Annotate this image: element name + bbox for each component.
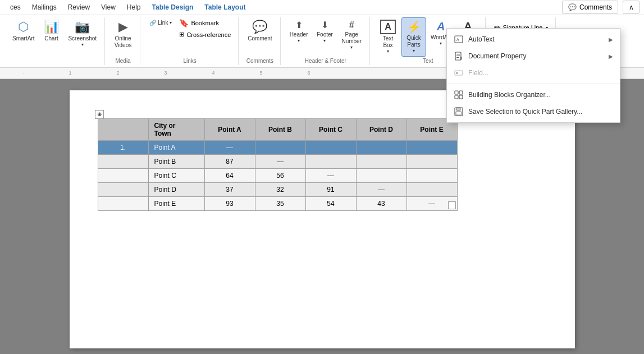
building-blocks-menu-item[interactable]: Building Blocks Organizer... xyxy=(447,86,620,103)
row2-d xyxy=(356,154,407,168)
links-items: 🔗 Link ▾ 🔖 Bookmark ⊞ Cross-reference xyxy=(146,17,234,57)
collapse-ribbon-button[interactable]: ∧ xyxy=(623,1,640,14)
illustrations-items: ⬡ SmartArt 📊 Chart 📷 Screenshot ▾ xyxy=(9,17,100,63)
tab-table-design[interactable]: Table Design xyxy=(147,0,199,15)
header-footer-group: ⬆ Header ▾ ⬇ Footer ▾ # PageNumber ▾ Hea… xyxy=(282,17,370,65)
ruler-2: 2 xyxy=(117,70,120,76)
smartart-button[interactable]: ⬡ SmartArt xyxy=(9,17,38,44)
tab-ces[interactable]: ces xyxy=(4,0,26,15)
tab-mailings[interactable]: Mailings xyxy=(26,0,62,15)
bookmark-icon: 🔖 xyxy=(179,19,189,27)
text-box-icon: A xyxy=(380,20,396,34)
comment-ribbon-icon: 💬 xyxy=(252,20,267,34)
tab-view[interactable]: View xyxy=(95,0,121,15)
footer-icon: ⬇ xyxy=(321,20,328,30)
comments-group: 💬 Comment Comments xyxy=(240,17,280,65)
links-label: Links xyxy=(183,58,196,65)
table-resize-handle[interactable] xyxy=(448,201,456,209)
ruler-mark: · xyxy=(22,70,24,76)
bookmark-button[interactable]: 🔖 Bookmark xyxy=(176,17,234,29)
media-group: ▶ OnlineVideos Media xyxy=(106,17,140,65)
menu-separator-1 xyxy=(447,84,620,84)
row3-city: Point C xyxy=(148,168,204,182)
row1-b xyxy=(255,140,305,154)
quick-parts-icon: ⚡ xyxy=(407,20,421,34)
autotext-label: AutoText xyxy=(468,35,495,43)
row2-city: Point B xyxy=(148,154,204,168)
save-selection-icon xyxy=(454,107,464,117)
svg-rect-15 xyxy=(456,112,462,115)
autotext-menu-item[interactable]: A AutoText ▶ xyxy=(447,31,620,48)
screenshot-button[interactable]: 📷 Screenshot ▾ xyxy=(65,17,100,50)
quick-parts-dropdown: A AutoText ▶ Document Property ▶ Field..… xyxy=(446,28,620,123)
svg-rect-3 xyxy=(456,54,460,54)
link-button[interactable]: 🔗 Link ▾ xyxy=(146,17,175,29)
row4-city: Point D xyxy=(148,182,204,196)
row3-a: 64 xyxy=(204,168,255,182)
quick-parts-button[interactable]: ⚡ QuickParts ▾ xyxy=(401,17,426,57)
footer-label: Footer xyxy=(317,31,333,38)
page-number-arrow: ▾ xyxy=(350,45,353,50)
row1-num: 1. xyxy=(98,140,148,154)
link-arrow: ▾ xyxy=(170,20,172,26)
row5-b: 35 xyxy=(255,196,305,210)
header-arrow: ▾ xyxy=(298,38,300,44)
media-items: ▶ OnlineVideos xyxy=(111,17,135,57)
row2-e xyxy=(407,154,457,168)
crossref-button[interactable]: ⊞ Cross-reference xyxy=(176,30,234,39)
row5-a: 93 xyxy=(204,196,255,210)
row3-b: 56 xyxy=(255,168,305,182)
tab-review[interactable]: Review xyxy=(62,0,95,15)
online-videos-button[interactable]: ▶ OnlineVideos xyxy=(111,17,135,51)
comments-group-label: Comments xyxy=(246,58,273,65)
table-row: Point C 64 56 — xyxy=(98,168,457,182)
crossref-label: Cross-reference xyxy=(186,31,231,38)
row2-a: 87 xyxy=(204,154,255,168)
screenshot-icon: 📷 xyxy=(75,20,90,34)
svg-rect-14 xyxy=(456,108,460,111)
row3-num xyxy=(98,168,148,182)
row4-b: 32 xyxy=(255,182,305,196)
tab-help[interactable]: Help xyxy=(121,0,147,15)
comments-button[interactable]: 💬 Comments xyxy=(562,1,618,14)
quick-parts-label: QuickParts xyxy=(407,35,421,48)
table-row: Point D 37 32 91 — xyxy=(98,182,457,196)
wordart-icon: A xyxy=(437,20,445,33)
row2-c xyxy=(305,154,356,168)
screenshot-arrow: ▾ xyxy=(81,42,84,48)
header-city: City orTown xyxy=(148,118,204,140)
row1-d xyxy=(356,140,407,154)
row1-e xyxy=(407,140,457,154)
tab-table-layout[interactable]: Table Layout xyxy=(199,0,251,15)
svg-rect-4 xyxy=(456,56,460,56)
header-button[interactable]: ⬆ Header ▾ xyxy=(286,17,312,46)
table-row: 1. Point A — xyxy=(98,140,457,154)
online-videos-label: OnlineVideos xyxy=(115,35,131,49)
footer-arrow: ▾ xyxy=(323,38,326,44)
table-move-handle[interactable]: ⊕ xyxy=(95,110,104,119)
row5-d: 43 xyxy=(356,196,407,210)
row1-a: — xyxy=(204,140,255,154)
ruler-4: 4 xyxy=(212,70,215,76)
row3-e xyxy=(407,168,457,182)
table-row: Point B 87 — xyxy=(98,154,457,168)
row2-num xyxy=(98,154,148,168)
save-selection-menu-item[interactable]: Save Selection to Quick Part Gallery... xyxy=(447,103,620,120)
link-label: Link xyxy=(158,20,168,26)
footer-button[interactable]: ⬇ Footer ▾ xyxy=(312,17,337,46)
row4-d: — xyxy=(356,182,407,196)
comment-button[interactable]: 💬 Comment xyxy=(244,17,275,44)
text-box-arrow: ▾ xyxy=(387,49,389,54)
ruler-5: 5 xyxy=(260,70,263,76)
row3-d xyxy=(356,168,407,182)
table-header-row: City orTown Point A Point B Point C Poin… xyxy=(98,118,457,140)
data-table: City orTown Point A Point B Point C Poin… xyxy=(98,118,458,211)
page-number-button[interactable]: # PageNumber ▾ xyxy=(338,17,365,53)
svg-rect-8 xyxy=(456,72,458,74)
smartart-label: SmartArt xyxy=(12,35,34,42)
document-property-menu-item[interactable]: Document Property ▶ xyxy=(447,48,620,65)
document-page: ⊕ City orTown Point A Point B Point C Po… xyxy=(70,90,575,348)
text-box-button[interactable]: A TextBox ▾ xyxy=(376,17,400,57)
chart-button[interactable]: 📊 Chart xyxy=(39,17,63,44)
links-group: 🔗 Link ▾ 🔖 Bookmark ⊞ Cross-reference Li… xyxy=(141,17,239,65)
